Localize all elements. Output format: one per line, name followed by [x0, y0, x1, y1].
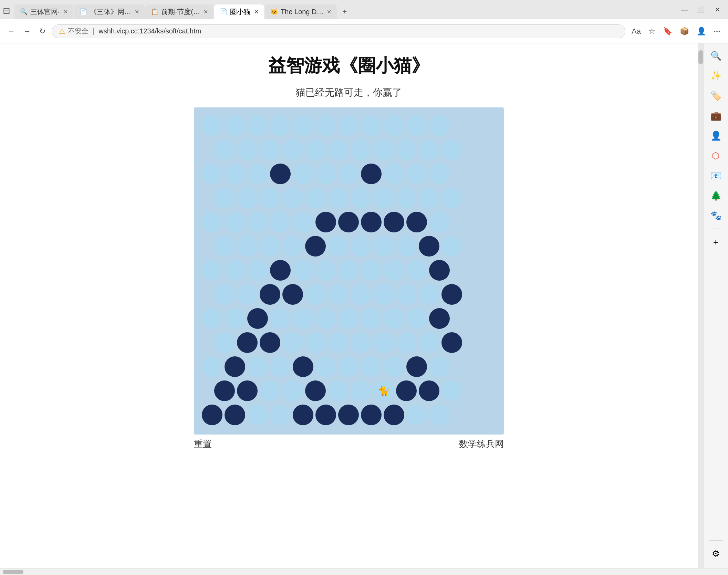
dot-10-6[interactable]	[328, 332, 349, 353]
minimize-button[interactable]: —	[676, 3, 692, 16]
dot-6-9[interactable]	[396, 236, 417, 257]
dot-10-10[interactable]	[419, 332, 439, 353]
dot-10-8[interactable]	[373, 332, 394, 353]
sidebar-office-icon[interactable]: ⬡	[708, 147, 724, 164]
close-button[interactable]: ✕	[709, 3, 725, 16]
dot-4-2[interactable]	[237, 188, 258, 208]
dot-8-5[interactable]	[305, 284, 326, 305]
bookmark-icon[interactable]: 🔖	[661, 25, 674, 38]
dot-3-5[interactable]	[293, 164, 313, 184]
dot-2-9[interactable]	[396, 139, 417, 160]
sidebar-toggle[interactable]: ⊟	[3, 6, 14, 19]
dot-13-1[interactable]	[202, 405, 222, 425]
dot-12-11[interactable]	[441, 380, 462, 401]
dot-1-1[interactable]	[202, 115, 222, 136]
dot-11-9[interactable]	[384, 356, 404, 377]
dot-5-5[interactable]	[293, 212, 313, 232]
dot-6-10[interactable]	[419, 236, 439, 257]
dot-7-7[interactable]	[338, 260, 359, 281]
dot-9-11[interactable]	[429, 308, 450, 329]
url-bar[interactable]: ⚠ 不安全 | wshh.vicp.cc:1234/ks/soft/cat.ht…	[52, 24, 625, 38]
dot-11-1[interactable]	[202, 356, 222, 377]
dot-10-1[interactable]	[214, 332, 235, 353]
dot-4-10[interactable]	[419, 188, 439, 208]
dot-2-11[interactable]	[441, 139, 462, 160]
scrollbar[interactable]	[698, 43, 703, 568]
dot-13-10[interactable]	[406, 405, 427, 425]
dot-3-2[interactable]	[225, 164, 245, 184]
dot-8-4[interactable]	[282, 284, 303, 305]
dot-10-5[interactable]	[305, 332, 326, 353]
dot-5-1[interactable]	[202, 212, 222, 232]
dot-11-8[interactable]	[361, 356, 382, 377]
dot-13-2[interactable]	[225, 405, 245, 425]
dot-4-9[interactable]	[396, 188, 417, 208]
dot-7-11[interactable]	[429, 260, 450, 281]
read-mode-icon[interactable]: Aa	[630, 25, 643, 38]
dot-3-11[interactable]	[429, 164, 450, 184]
tab-close-2[interactable]: ✕	[135, 9, 139, 15]
dot-1-7[interactable]	[338, 115, 359, 136]
dot-9-8[interactable]	[361, 308, 382, 329]
dot-2-3[interactable]	[260, 139, 280, 160]
dot-12-4[interactable]	[282, 380, 303, 401]
sidebar-search-icon[interactable]: 🔍	[708, 48, 724, 64]
dot-11-7[interactable]	[338, 356, 359, 377]
dot-1-9[interactable]	[384, 115, 404, 136]
dot-3-6[interactable]	[315, 164, 336, 184]
collections-icon[interactable]: 📦	[678, 25, 691, 38]
dot-3-3[interactable]	[247, 164, 268, 184]
scrollbar-thumb[interactable]	[698, 50, 703, 64]
dot-2-4[interactable]	[282, 139, 303, 160]
dot-13-4[interactable]	[270, 405, 291, 425]
dot-9-3[interactable]	[247, 308, 268, 329]
tab-thelong[interactable]: 🐱 The Long D… ✕	[265, 4, 337, 19]
dot-7-9[interactable]	[384, 260, 404, 281]
dot-12-7[interactable]	[351, 380, 371, 401]
dot-10-2[interactable]	[237, 332, 258, 353]
dot-9-9[interactable]	[384, 308, 404, 329]
tab-close-1[interactable]: ✕	[63, 9, 68, 15]
dot-12-8[interactable]: 🐈	[373, 380, 394, 401]
dot-8-10[interactable]	[419, 284, 439, 305]
tab-close-5[interactable]: ✕	[327, 9, 331, 15]
dot-5-10[interactable]	[406, 212, 427, 232]
dot-7-3[interactable]	[247, 260, 268, 281]
dot-7-2[interactable]	[225, 260, 245, 281]
dot-13-9[interactable]	[384, 405, 404, 425]
horizontal-scrollbar[interactable]	[0, 568, 728, 575]
dot-12-10[interactable]	[419, 380, 439, 401]
sidebar-settings-icon[interactable]: ⚙	[708, 545, 724, 562]
sidebar-add-icon[interactable]: +	[708, 234, 724, 250]
dot-2-5[interactable]	[305, 139, 326, 160]
dot-2-7[interactable]	[351, 139, 371, 160]
refresh-button[interactable]: ↻	[37, 25, 48, 38]
sidebar-paw-icon[interactable]: 🐾	[708, 207, 724, 224]
dot-4-8[interactable]	[373, 188, 394, 208]
dot-7-6[interactable]	[315, 260, 336, 281]
dot-8-9[interactable]	[396, 284, 417, 305]
back-button[interactable]: ←	[6, 25, 17, 38]
dot-8-1[interactable]	[214, 284, 235, 305]
dot-13-3[interactable]	[247, 405, 268, 425]
dot-11-11[interactable]	[429, 356, 450, 377]
dot-9-1[interactable]	[202, 308, 222, 329]
dot-13-11[interactable]	[429, 405, 450, 425]
dot-9-10[interactable]	[406, 308, 427, 329]
profile-icon[interactable]: 👤	[695, 25, 708, 38]
dot-11-10[interactable]	[406, 356, 427, 377]
dot-13-8[interactable]	[361, 405, 382, 425]
dot-6-11[interactable]	[441, 236, 462, 257]
dot-8-11[interactable]	[441, 284, 462, 305]
tab-cat-game[interactable]: 📄 圈小猫 ✕	[214, 4, 264, 19]
dot-8-2[interactable]	[237, 284, 258, 305]
sidebar-work-icon[interactable]: 💼	[708, 107, 724, 124]
dot-6-1[interactable]	[214, 236, 235, 257]
dot-9-6[interactable]	[315, 308, 336, 329]
dot-6-4[interactable]	[282, 236, 303, 257]
dot-12-9[interactable]	[396, 380, 417, 401]
dot-12-5[interactable]	[305, 380, 326, 401]
dot-6-3[interactable]	[260, 236, 280, 257]
dot-12-1[interactable]	[214, 380, 235, 401]
dot-11-4[interactable]	[270, 356, 291, 377]
